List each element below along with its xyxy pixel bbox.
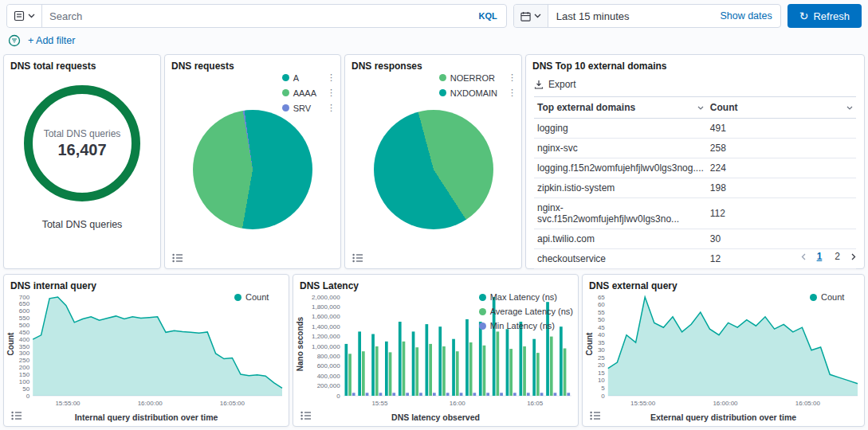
bar[interactable] xyxy=(497,331,500,396)
bar[interactable] xyxy=(406,393,409,396)
bar[interactable] xyxy=(392,393,395,396)
x-axis-title: Internal query distribution over time xyxy=(4,412,289,422)
bar[interactable] xyxy=(403,342,406,396)
legend-item[interactable]: AAAA⋮ xyxy=(282,88,336,98)
bar[interactable] xyxy=(532,339,536,396)
show-dates-link[interactable]: Show dates xyxy=(720,10,772,22)
bar[interactable] xyxy=(446,393,450,396)
column-header-count[interactable]: Count xyxy=(707,97,856,119)
bar[interactable] xyxy=(452,339,455,396)
bar[interactable] xyxy=(362,351,365,396)
legend-item[interactable]: Count xyxy=(234,292,284,302)
bar[interactable] xyxy=(483,346,486,396)
table-row[interactable]: nginx-svc258 xyxy=(534,139,856,158)
bar[interactable] xyxy=(560,326,563,396)
bar[interactable] xyxy=(371,334,375,397)
legend-toggle-button[interactable] xyxy=(298,409,314,422)
pagination-page-1[interactable]: 1 xyxy=(815,250,824,263)
prev-page-icon[interactable] xyxy=(801,253,806,260)
legend-toggle-button[interactable] xyxy=(170,252,186,264)
bar[interactable] xyxy=(536,353,540,396)
legend-item[interactable]: SRV⋮ xyxy=(282,103,336,113)
filter-icon[interactable] xyxy=(8,34,21,47)
bar[interactable] xyxy=(567,393,570,396)
dns-requests-pie[interactable] xyxy=(193,110,312,229)
bar[interactable] xyxy=(460,393,463,396)
bar[interactable] xyxy=(513,393,516,396)
table-row[interactable]: zipkin.istio-system198 xyxy=(534,178,856,198)
bar[interactable] xyxy=(540,393,544,396)
bar[interactable] xyxy=(352,393,355,396)
column-header-label: Count xyxy=(710,102,738,113)
legend-toggle-button[interactable] xyxy=(587,409,603,422)
legend-options-icon[interactable]: ⋮ xyxy=(320,88,336,98)
time-range-label[interactable]: Last 15 minutes xyxy=(556,10,630,22)
y-tick-label: 450 xyxy=(19,329,30,336)
legend-item[interactable]: Max Latency (ns) xyxy=(479,292,573,302)
bar[interactable] xyxy=(527,393,530,396)
legend-item[interactable]: Count xyxy=(810,292,859,302)
legend-item[interactable]: A⋮ xyxy=(282,72,336,83)
bar[interactable] xyxy=(456,351,459,396)
bar[interactable] xyxy=(486,393,489,396)
export-button[interactable]: Export xyxy=(526,72,584,96)
bar[interactable] xyxy=(465,319,469,396)
bar[interactable] xyxy=(473,393,477,396)
y-tick-label: 600,000 xyxy=(317,362,340,369)
legend-item[interactable]: Average Latency (ns) xyxy=(479,307,573,316)
bar[interactable] xyxy=(389,352,392,396)
pagination-page-2[interactable]: 2 xyxy=(833,250,842,263)
bar[interactable] xyxy=(379,393,383,396)
search-input[interactable] xyxy=(42,5,470,27)
refresh-button[interactable]: ↻ Refresh xyxy=(787,4,862,28)
bar[interactable] xyxy=(433,393,436,396)
column-header-domains[interactable]: Top external domains xyxy=(534,97,707,119)
table-row[interactable]: nginx-svc.f15n2womfujehfjlwv0lgs3no...11… xyxy=(534,198,856,229)
bar[interactable] xyxy=(419,393,422,396)
bar[interactable] xyxy=(412,331,415,396)
bar[interactable] xyxy=(500,393,503,396)
table-row[interactable]: api.twilio.com30 xyxy=(534,229,856,249)
bar[interactable] xyxy=(523,346,526,396)
bar[interactable] xyxy=(506,329,509,396)
bar[interactable] xyxy=(385,342,388,396)
bar[interactable] xyxy=(366,393,369,396)
bar[interactable] xyxy=(375,346,379,396)
table-row[interactable]: logging.f15n2womfujehfjlwv0lgs3nog....22… xyxy=(534,158,856,178)
legend-toggle-button[interactable] xyxy=(9,409,25,422)
legend-options-icon[interactable]: ⋮ xyxy=(501,88,516,98)
bar[interactable] xyxy=(509,349,513,396)
legend-options-icon[interactable]: ⋮ xyxy=(501,72,516,83)
legend-item[interactable]: NXDOMAIN⋮ xyxy=(439,88,516,98)
legend-options-icon[interactable]: ⋮ xyxy=(320,103,336,113)
table-row[interactable]: logging491 xyxy=(534,119,856,139)
bar[interactable] xyxy=(479,322,482,396)
dns-responses-pie[interactable] xyxy=(374,110,493,229)
bar[interactable] xyxy=(550,337,553,396)
sort-chevron-icon[interactable] xyxy=(846,106,853,110)
sort-chevron-icon[interactable] xyxy=(697,106,704,110)
bar[interactable] xyxy=(554,393,557,396)
bar[interactable] xyxy=(520,322,523,396)
bar[interactable] xyxy=(399,322,402,396)
add-filter-button[interactable]: + Add filter xyxy=(28,35,75,46)
bar[interactable] xyxy=(469,342,473,396)
bar[interactable] xyxy=(564,349,567,397)
next-page-icon[interactable] xyxy=(851,253,856,260)
query-language-badge[interactable]: KQL xyxy=(470,11,506,21)
bar[interactable] xyxy=(358,331,361,396)
bar[interactable] xyxy=(426,324,429,396)
saved-queries-button[interactable] xyxy=(7,5,42,27)
date-quick-select-button[interactable] xyxy=(514,5,548,27)
bar[interactable] xyxy=(438,326,442,396)
legend-options-icon[interactable]: ⋮ xyxy=(320,72,336,83)
bar[interactable] xyxy=(348,354,352,396)
bar[interactable] xyxy=(442,346,446,396)
legend-item[interactable]: Min Latency (ns) xyxy=(479,321,573,330)
legend-swatch-icon xyxy=(810,294,817,301)
legend-item[interactable]: NOERROR⋮ xyxy=(439,72,516,83)
bar[interactable] xyxy=(429,344,432,396)
legend-toggle-button[interactable] xyxy=(350,252,366,264)
bar[interactable] xyxy=(415,347,418,396)
bar[interactable] xyxy=(345,344,348,396)
